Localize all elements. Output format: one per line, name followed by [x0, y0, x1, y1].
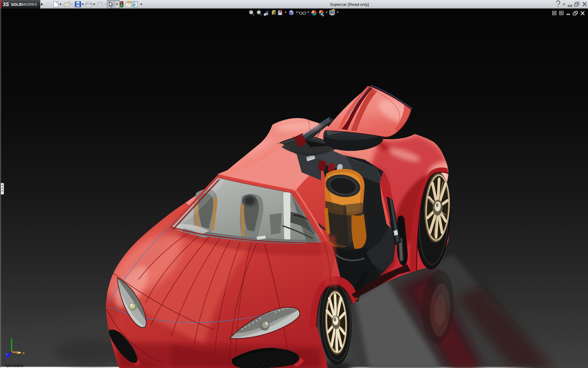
svg-text:3S: 3S — [3, 2, 9, 7]
svg-text:X: X — [22, 351, 25, 355]
svg-text:Supercar [Read-only]: Supercar [Read-only] — [330, 2, 369, 7]
svg-text:SOLIDWORKS: SOLIDWORKS — [11, 2, 37, 7]
svg-text:Z: Z — [4, 357, 7, 361]
svg-text:*Dimetric: *Dimetric — [4, 363, 24, 368]
